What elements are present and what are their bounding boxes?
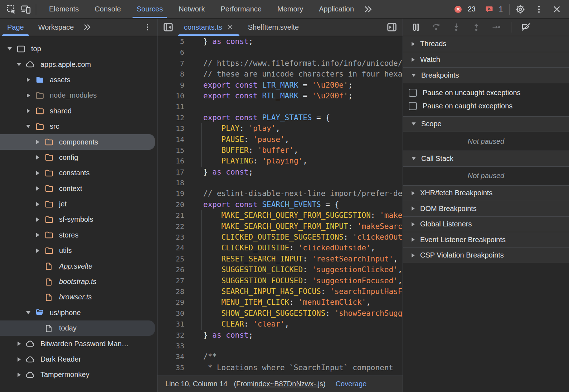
line-number[interactable]: 23 (157, 232, 184, 242)
line-number[interactable]: 21 (157, 210, 184, 221)
expand-arrow[interactable] (15, 357, 23, 362)
step-into-icon[interactable] (451, 22, 462, 33)
tree-item-bitwarden-password-man[interactable]: Bitwarden Password Man… (0, 336, 157, 351)
tab-elements[interactable]: Elements (41, 0, 87, 18)
line-number[interactable]: 20 (157, 199, 184, 210)
line-number[interactable]: 24 (157, 242, 184, 253)
tree-item-assets[interactable]: assets (0, 72, 157, 88)
tree-item-bootstrap-ts[interactable]: bootstrap.ts (0, 274, 157, 289)
step-out-icon[interactable] (471, 22, 482, 33)
more-panels-icon[interactable] (362, 2, 374, 16)
console-error-badge[interactable]: 23 (451, 2, 476, 16)
tree-item-utils[interactable]: utils (0, 243, 157, 258)
section-header-scope[interactable]: Scope (403, 116, 569, 132)
sourcemap-file-link[interactable]: index~B87DnNzwx-.js (253, 380, 323, 388)
expand-arrow[interactable] (15, 373, 23, 377)
section-header-threads[interactable]: Threads (403, 36, 569, 52)
expand-arrow[interactable] (24, 125, 32, 128)
line-number[interactable]: 22 (157, 221, 184, 232)
kebab-menu-icon[interactable] (532, 2, 546, 16)
tab-application[interactable]: Application (311, 0, 362, 18)
line-number[interactable]: 18 (157, 177, 184, 188)
tab-sources[interactable]: Sources (129, 0, 171, 18)
tree-item-config[interactable]: config (0, 150, 157, 165)
line-number[interactable]: 10 (157, 90, 184, 101)
tree-item-src[interactable]: src (0, 119, 157, 134)
line-number[interactable]: 9 (157, 80, 184, 90)
expand-arrow[interactable] (15, 342, 23, 346)
expand-arrow[interactable] (15, 63, 23, 66)
checkbox-unchecked[interactable] (409, 102, 417, 110)
expand-arrow[interactable] (34, 140, 42, 144)
expand-arrow[interactable] (34, 217, 42, 222)
tree-item-dark-reader[interactable]: Dark Reader (0, 352, 157, 367)
expand-arrow[interactable] (34, 233, 42, 237)
line-number[interactable]: 12 (157, 112, 184, 123)
line-number[interactable]: 5 (157, 36, 184, 47)
expand-arrow[interactable] (34, 202, 42, 206)
issues-badge[interactable]: 1 (482, 2, 503, 16)
line-number[interactable]: 25 (157, 254, 184, 264)
expand-arrow[interactable] (6, 47, 14, 50)
expand-arrow[interactable] (34, 186, 42, 191)
section-header-csp-violation-breakpoints[interactable]: CSP Violation Breakpoints (403, 248, 569, 263)
expand-arrow[interactable] (24, 93, 32, 98)
line-number[interactable]: 13 (157, 123, 184, 134)
line-number[interactable]: 11 (157, 101, 184, 112)
tree-item-apps-apple-com[interactable]: apps.apple.com (0, 57, 157, 72)
line-number[interactable]: 34 (157, 351, 184, 362)
line-number[interactable]: 8 (157, 69, 184, 79)
expand-arrow[interactable] (34, 249, 42, 253)
section-header-dom-breakpoints[interactable]: DOM Breakpoints (403, 201, 569, 216)
tree-item-tampermonkey[interactable]: Tampermonkey (0, 367, 157, 382)
deactivate-breakpoints-icon[interactable] (521, 22, 531, 33)
navigator-kebab-menu-icon[interactable] (141, 21, 154, 33)
tree-item-app-svelte[interactable]: App.svelte (0, 258, 157, 274)
line-number[interactable]: 15 (157, 145, 184, 156)
tree-item-us-iphone[interactable]: us/iphone (0, 305, 157, 320)
tab-network[interactable]: Network (171, 0, 213, 18)
pause-option-pause-on-caught-exceptions[interactable]: Pause on caught exceptions (403, 99, 569, 113)
line-number[interactable]: 31 (157, 319, 184, 329)
navigator-tab-page[interactable]: Page (0, 19, 31, 36)
inspect-element-icon[interactable] (4, 2, 19, 16)
tab-performance[interactable]: Performance (213, 0, 270, 18)
tab-console[interactable]: Console (87, 0, 128, 18)
pause-option-pause-on-uncaught-exceptions[interactable]: Pause on uncaught exceptions (403, 86, 569, 99)
line-number[interactable]: 35 (157, 362, 184, 373)
line-number[interactable]: 28 (157, 286, 184, 297)
tree-item-node-modules[interactable]: node_modules (0, 88, 157, 103)
section-header-watch[interactable]: Watch (403, 52, 569, 68)
line-number[interactable]: 7 (157, 58, 184, 69)
expand-arrow[interactable] (34, 155, 42, 160)
tree-item-components[interactable]: components (0, 134, 155, 150)
tree-item-jet[interactable]: jet (0, 196, 157, 212)
section-header-global-listeners[interactable]: Global Listeners (403, 216, 569, 232)
expand-arrow[interactable] (24, 78, 32, 82)
line-number[interactable]: 29 (157, 297, 184, 308)
line-number[interactable]: 6 (157, 47, 184, 58)
section-header-call-stack[interactable]: Call Stack (403, 151, 569, 166)
tree-item-constants[interactable]: constants (0, 165, 157, 181)
pause-icon[interactable] (411, 22, 422, 33)
navigator-tab-workspace[interactable]: Workspace (31, 19, 81, 36)
hide-navigator-icon[interactable] (162, 21, 175, 34)
tree-item-shared[interactable]: shared (0, 103, 157, 119)
line-number[interactable]: 33 (157, 340, 184, 351)
toggle-device-toolbar-icon[interactable] (19, 2, 33, 16)
expand-arrow[interactable] (24, 311, 32, 314)
coverage-link[interactable]: Coverage (336, 380, 367, 388)
close-tab-icon[interactable] (227, 24, 234, 31)
tree-item-context[interactable]: context (0, 181, 157, 196)
line-number[interactable]: 16 (157, 156, 184, 166)
section-header-event-listener-breakpoints[interactable]: Event Listener Breakpoints (403, 232, 569, 248)
line-number[interactable]: 14 (157, 134, 184, 145)
expand-arrow[interactable] (24, 109, 32, 113)
expand-arrow[interactable] (34, 171, 42, 175)
line-number[interactable]: 27 (157, 275, 184, 286)
line-number[interactable]: 17 (157, 167, 184, 177)
line-number[interactable]: 32 (157, 330, 184, 340)
tree-item-browser-ts[interactable]: browser.ts (0, 289, 157, 305)
tab-memory[interactable]: Memory (269, 0, 311, 18)
line-number[interactable]: 30 (157, 308, 184, 319)
